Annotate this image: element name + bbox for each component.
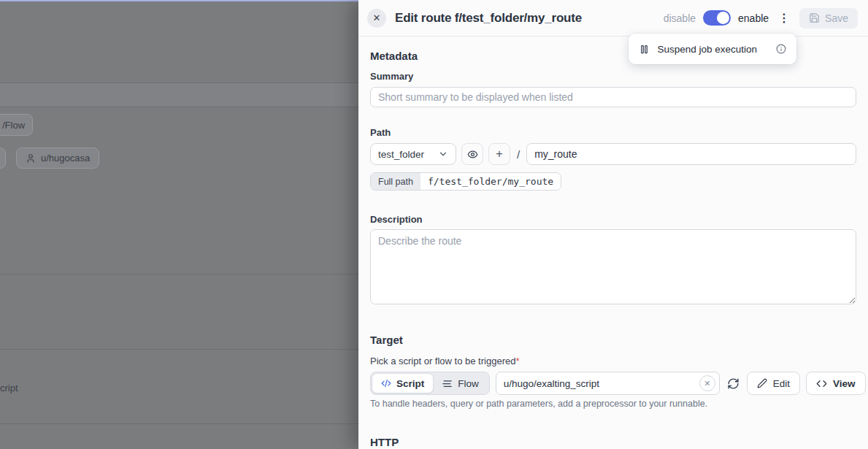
path-separator: / [515,148,521,161]
drawer-header: ✕ Edit route f/test_folder/my_route disa… [358,0,868,37]
toggle-on-label: enable [738,12,769,24]
route-name-input[interactable] [526,143,856,165]
more-options-button[interactable]: ⋮ [776,9,792,28]
info-icon[interactable] [776,44,786,54]
full-path-value: f/test_folder/my_route [420,173,561,190]
bars-staggered-icon [442,378,453,389]
full-path-row: Full path f/test_folder/my_route [370,172,856,191]
code-icon [816,378,827,389]
view-runnable-button[interactable]: View [806,372,866,395]
folder-select[interactable]: test_folder [370,143,456,165]
backdrop-toolbar-band [0,83,358,107]
tab-flow-label: Flow [458,378,479,389]
view-folder-button[interactable] [461,143,483,165]
code-slash-icon [381,378,391,388]
suspend-job-label: Suspend job execution [657,44,757,55]
path-row: test_folder + / [370,143,856,165]
description-label: Description [370,214,856,225]
backdrop-flow-chip: /Flow [0,114,33,136]
close-icon: ✕ [373,13,381,23]
full-path-badge: Full path [371,173,420,190]
clear-runnable-button[interactable]: ✕ [699,375,715,391]
drawer-body: Metadata Summary Path test_folder + / [358,50,868,449]
path-label: Path [370,127,856,138]
target-row: Script Flow ✕ [370,372,856,395]
pencil-icon [757,378,767,388]
edit-runnable-button[interactable]: Edit [747,372,800,395]
toggle-off-label: disable [664,12,696,24]
add-folder-button[interactable]: + [488,143,510,165]
save-icon [809,12,820,23]
backdrop-flow-chip-label: /Flow [2,120,25,131]
required-marker: * [515,356,519,367]
backdrop-user-chip-label: u/hugocasa [41,153,90,164]
refresh-button[interactable] [726,376,741,391]
full-path-pill: Full path f/test_folder/my_route [370,172,561,191]
kebab-icon: ⋮ [778,12,790,24]
plus-icon: + [496,147,502,161]
description-textarea[interactable] [370,229,856,304]
eye-icon [467,149,478,160]
drawer-title: Edit route f/test_folder/my_route [395,11,655,26]
edit-button-label: Edit [773,378,790,389]
target-heading: Target [370,334,856,346]
backdrop-divider [0,107,358,107]
enable-toggle[interactable] [703,10,731,26]
backdrop-partial-text: cript [0,383,18,394]
suspend-job-menu-item[interactable]: Suspend job execution [629,34,796,64]
pause-icon [639,44,650,55]
tab-script-label: Script [396,378,424,389]
backdrop-partial-chip [0,147,6,169]
target-picker-label-text: Pick a script or flow to be triggered [370,356,515,367]
backdrop-divider [0,349,358,350]
toggle-knob [717,12,729,24]
summary-input[interactable] [370,87,856,107]
header-actions: disable enable ⋮ Save [664,8,858,28]
preprocessor-helper-text: To handle headers, query or path paramet… [370,399,856,409]
backdrop-divider [0,274,358,275]
edit-route-drawer: ✕ Edit route f/test_folder/my_route disa… [358,0,868,449]
script-flow-toggle-group: Script Flow [370,372,490,395]
refresh-icon [727,377,740,390]
clear-icon: ✕ [704,380,710,388]
runnable-picker: ✕ [496,372,720,395]
summary-label: Summary [370,71,856,82]
target-picker-label: Pick a script or flow to be triggered* [370,356,856,367]
chevron-down-icon [438,149,448,159]
backdrop-divider [0,423,358,424]
person-icon [26,153,36,164]
backdrop-user-chip: u/hugocasa [16,147,99,169]
runnable-input[interactable] [496,372,720,395]
view-button-label: View [833,378,856,389]
tab-flow[interactable]: Flow [433,374,488,393]
dimmed-backdrop: /Flow u/hugocasa cript [0,0,358,449]
tab-script[interactable]: Script [372,374,433,393]
backdrop-accent-line [0,0,358,1]
close-button[interactable]: ✕ [367,9,386,28]
folder-select-value: test_folder [378,149,424,160]
save-button[interactable]: Save [799,8,858,28]
save-button-label: Save [825,12,848,24]
http-heading: HTTP [370,436,856,448]
